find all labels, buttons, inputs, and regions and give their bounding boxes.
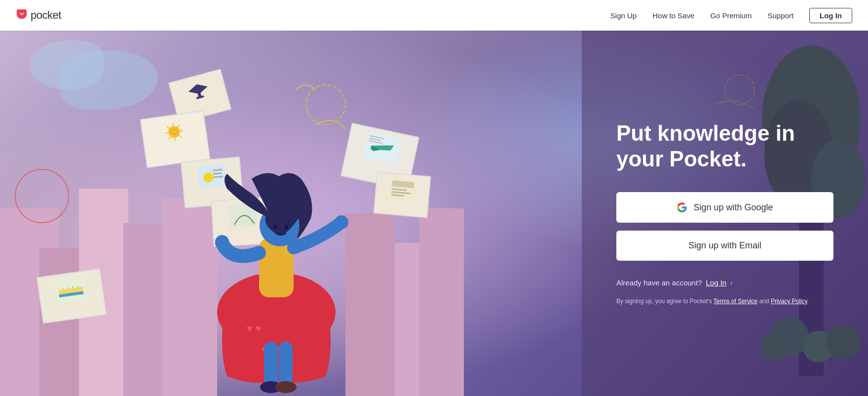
hero-section: ♥ ♥ ♥ ♥ ♥ [0,31,868,396]
signup-email-label: Sign up with Email [688,240,761,251]
tos-text: By signing up, you agree to Pocket's Ter… [616,297,833,306]
nav-login-button[interactable]: Log In [809,8,852,23]
svg-rect-49 [279,342,293,386]
building-4 [123,223,163,396]
tos-link[interactable]: Terms of Service [714,298,757,305]
nav-link-how-to-save[interactable]: How to Save [652,11,694,20]
character-illustration: ♥ ♥ ♥ ♥ ♥ [188,100,365,396]
building-8 [419,208,464,396]
sky-blob-2 [30,40,104,90]
float-card-6 [374,171,431,218]
google-icon [677,202,687,213]
signup-email-button[interactable]: Sign up with Email [616,231,833,261]
nav-link-go-premium[interactable]: Go Premium [710,11,752,20]
svg-point-46 [215,235,229,249]
navbar: pocket Sign Up How to Save Go Premium Su… [0,0,868,31]
svg-rect-48 [264,342,278,386]
svg-point-51 [275,381,297,393]
tos-prefix: By signing up, you agree to Pocket's [616,298,714,305]
logo[interactable]: pocket [16,8,61,23]
already-account-section: Already have an account? Log In › [616,278,833,287]
tos-middle: and [757,298,771,305]
privacy-link[interactable]: Privacy Policy [771,298,807,305]
already-account-text: Already have an account? [616,278,702,287]
nav-link-support[interactable]: Support [767,11,793,20]
svg-point-53 [273,225,277,229]
already-login-link[interactable]: Log In [706,278,726,287]
red-circle-sketch [15,169,69,223]
hero-right-panel: Put knowledge in your Pocket. Sign up wi… [582,31,868,396]
float-card-7 [37,268,107,323]
svg-point-47 [335,215,348,229]
svg-text:♥ ♥: ♥ ♥ [247,323,261,334]
svg-point-54 [284,225,288,229]
nav-link-signup[interactable]: Sign Up [610,11,637,20]
signup-google-label: Sign up with Google [693,202,773,213]
pocket-logo-icon [16,8,28,23]
nav-links: Sign Up How to Save Go Premium Support L… [610,8,852,23]
chevron-right-icon: › [730,279,732,286]
tos-suffix: . [807,298,809,305]
logo-text: pocket [31,9,61,22]
hero-headline: Put knowledge in your Pocket. [616,120,833,173]
signup-google-button[interactable]: Sign up with Google [616,192,833,223]
